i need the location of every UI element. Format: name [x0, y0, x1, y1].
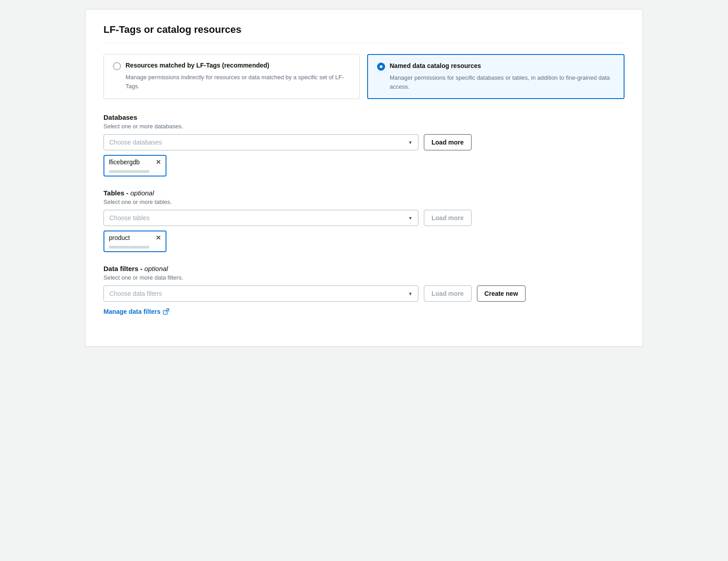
- tables-tags-row: product ✕: [103, 231, 625, 252]
- tables-title-suffix: optional: [130, 189, 154, 197]
- main-container: LF-Tags or catalog resources Resources m…: [85, 9, 643, 347]
- databases-dropdown[interactable]: Choose databases ▼: [103, 134, 418, 150]
- radio-lf-tags-circle: [113, 62, 121, 70]
- resource-type-options: Resources matched by LF-Tags (recommende…: [103, 54, 625, 99]
- external-link-icon: [163, 308, 169, 315]
- data-filters-create-new-button[interactable]: Create new: [477, 285, 526, 302]
- manage-data-filters-link[interactable]: Manage data filters: [103, 308, 169, 315]
- databases-section: Databases Select one or more databases. …: [103, 113, 625, 176]
- radio-lf-tags[interactable]: Resources matched by LF-Tags (recommende…: [103, 54, 360, 99]
- databases-title: Databases: [103, 113, 625, 121]
- tables-dropdown-placeholder: Choose tables: [109, 214, 150, 222]
- data-filters-load-more-button[interactable]: Load more: [424, 285, 472, 302]
- data-filters-title-suffix: optional: [144, 265, 168, 272]
- data-filters-title: Data filters - optional: [103, 265, 625, 272]
- databases-dropdown-arrow-icon: ▼: [408, 140, 413, 145]
- data-filters-input-row: Choose data filters ▼ Load more Create n…: [103, 285, 625, 302]
- data-filters-subtitle: Select one or more data filters.: [103, 274, 625, 281]
- radio-named-resources-desc: Manager permissions for specific databas…: [390, 73, 615, 91]
- data-filters-dropdown[interactable]: Choose data filters ▼: [103, 285, 418, 302]
- radio-named-resources-label: Named data catalog resources: [390, 62, 481, 69]
- databases-input-row: Choose databases ▼ Load more: [103, 134, 625, 150]
- manage-data-filters-link-text: Manage data filters: [103, 308, 161, 315]
- tables-tag-bar: [109, 246, 149, 249]
- databases-load-more-button[interactable]: Load more: [424, 134, 472, 150]
- tables-tag-close-icon[interactable]: ✕: [156, 234, 161, 241]
- tables-input-row: Choose tables ▼ Load more: [103, 210, 625, 226]
- databases-subtitle: Select one or more databases.: [103, 123, 625, 130]
- databases-tag-chip: lficebergdb ✕: [103, 155, 166, 176]
- databases-tag-bar: [109, 170, 149, 173]
- tables-subtitle: Select one or more tables.: [103, 199, 625, 205]
- tables-section: Tables - optional Select one or more tab…: [103, 189, 625, 252]
- databases-tag-chip-header: lficebergdb ✕: [109, 158, 161, 166]
- page-title: LF-Tags or catalog resources: [103, 24, 625, 43]
- tables-dropdown-arrow-icon: ▼: [408, 216, 413, 221]
- radio-lf-tags-desc: Manage permissions indirectly for resour…: [126, 73, 351, 90]
- tables-title-prefix: Tables: [103, 189, 124, 197]
- radio-lf-tags-label: Resources matched by LF-Tags (recommende…: [126, 62, 269, 69]
- data-filters-dropdown-placeholder: Choose data filters: [109, 290, 162, 297]
- radio-named-resources[interactable]: Named data catalog resources Manager per…: [367, 54, 625, 99]
- databases-tag-close-icon[interactable]: ✕: [156, 158, 161, 166]
- radio-named-resources-circle: [377, 63, 385, 71]
- tables-dropdown[interactable]: Choose tables ▼: [103, 210, 418, 226]
- data-filters-title-dash: -: [140, 265, 144, 272]
- data-filters-dropdown-arrow-icon: ▼: [408, 291, 413, 296]
- tables-title-dash: -: [126, 189, 130, 197]
- tables-title: Tables - optional: [103, 189, 625, 197]
- radio-lf-tags-header: Resources matched by LF-Tags (recommende…: [113, 62, 351, 70]
- tables-tag-chip: product ✕: [103, 231, 166, 252]
- tables-load-more-button[interactable]: Load more: [424, 210, 472, 226]
- data-filters-title-prefix: Data filters: [103, 265, 139, 272]
- databases-tag-name: lficebergdb: [109, 158, 140, 166]
- tables-tag-chip-header: product ✕: [109, 234, 161, 241]
- data-filters-section: Data filters - optional Select one or mo…: [103, 265, 625, 316]
- radio-named-resources-header: Named data catalog resources: [377, 62, 615, 71]
- databases-tags-row: lficebergdb ✕: [103, 155, 625, 176]
- databases-dropdown-placeholder: Choose databases: [109, 139, 162, 146]
- tables-tag-name: product: [109, 234, 130, 241]
